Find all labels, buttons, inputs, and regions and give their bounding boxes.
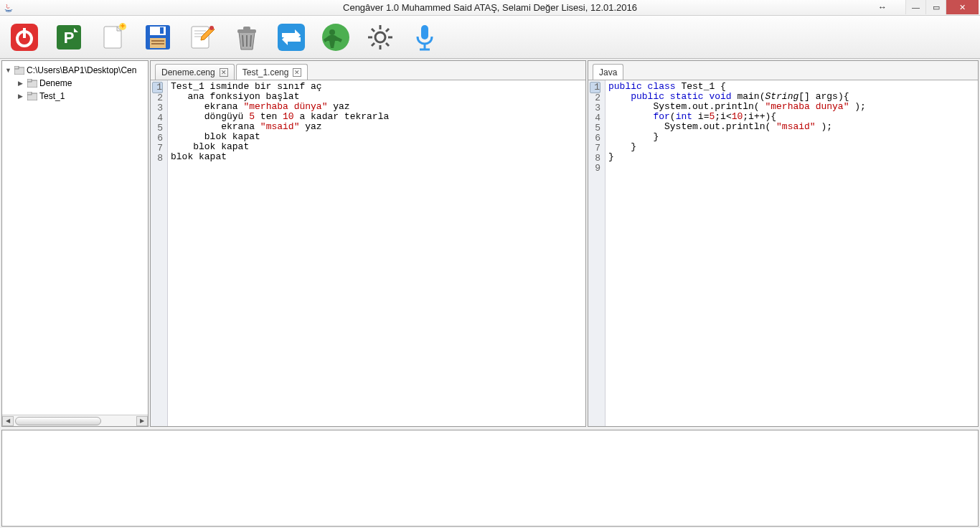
run-button[interactable]: [319, 20, 353, 55]
edit-button[interactable]: [185, 20, 220, 55]
line-gutter: 1 2 3 4 5 6 7 8 9: [588, 80, 606, 426]
close-button[interactable]: ✕: [946, 0, 979, 14]
folder-icon: [14, 65, 25, 75]
svg-line-33: [372, 43, 374, 46]
tree-item[interactable]: ▶ Test_1: [4, 90, 146, 103]
svg-rect-11: [151, 43, 164, 44]
new-file-button[interactable]: [96, 20, 131, 55]
delete-button[interactable]: [230, 20, 264, 55]
tab-test1[interactable]: Test_1.ceng ✕: [236, 64, 308, 80]
expand-icon[interactable]: ▶: [18, 93, 27, 100]
svg-rect-41: [27, 79, 32, 82]
source-code-area[interactable]: 1 2 3 4 5 6 7 8 Test_1 isminde bir sınıf…: [151, 80, 585, 426]
svg-rect-2: [23, 28, 26, 38]
editor-tabs: Deneme.ceng ✕ Test_1.ceng ✕: [151, 61, 585, 80]
code-text[interactable]: public class Test_1 { public static void…: [606, 80, 978, 426]
svg-line-31: [372, 29, 374, 32]
folder-icon: [27, 91, 38, 101]
svg-line-22: [250, 35, 251, 47]
window-title: Cengâver 1.0 Muhammed Said ATAŞ, Selami …: [343, 2, 637, 13]
project-button[interactable]: P: [52, 20, 86, 55]
minimize-button[interactable]: —: [905, 0, 925, 14]
svg-rect-19: [243, 27, 250, 30]
output-tabs: Java: [588, 61, 978, 80]
tab-close-icon[interactable]: ✕: [293, 68, 301, 77]
file-tree-panel: ▼ C:\Users\BAP1\Desktop\Cen ▶ Deneme ▶ T…: [1, 60, 149, 427]
tab-deneme[interactable]: Deneme.ceng ✕: [155, 64, 235, 80]
tree-horizontal-scrollbar[interactable]: ◀ ▶: [2, 415, 148, 426]
svg-line-34: [386, 29, 389, 32]
tab-label: Test_1.ceng: [242, 67, 289, 77]
line-gutter: 1 2 3 4 5 6 7 8: [151, 80, 168, 426]
svg-text:P: P: [64, 29, 75, 47]
console-panel[interactable]: [1, 430, 979, 527]
power-button[interactable]: [7, 20, 42, 55]
expand-icon[interactable]: ▶: [18, 80, 27, 87]
scroll-right-button[interactable]: ▶: [136, 416, 148, 426]
svg-line-20: [242, 35, 243, 47]
tab-java[interactable]: Java: [593, 64, 623, 80]
source-editor-panel: Deneme.ceng ✕ Test_1.ceng ✕ 1 2 3 4 5 6 …: [150, 60, 586, 427]
tree-item-label: Test_1: [39, 91, 65, 101]
svg-point-26: [375, 32, 385, 42]
microphone-button[interactable]: [407, 20, 442, 55]
main-toolbar: P: [0, 16, 980, 59]
save-button[interactable]: [141, 20, 175, 55]
titlebar: Cengâver 1.0 Muhammed Said ATAŞ, Selami …: [0, 0, 980, 16]
java-app-icon: [3, 2, 14, 14]
java-code-area[interactable]: 1 2 3 4 5 6 7 8 9 public class Test_1 { …: [588, 80, 978, 426]
window-controls: — ▭ ✕: [905, 0, 979, 14]
transfer-button[interactable]: [274, 20, 308, 55]
java-output-panel: Java 1 2 3 4 5 6 7 8 9 public class Test…: [588, 60, 979, 427]
maximize-button[interactable]: ▭: [925, 0, 946, 14]
svg-rect-43: [27, 92, 32, 95]
tab-close-icon[interactable]: ✕: [220, 68, 228, 77]
folder-icon: [27, 78, 38, 88]
svg-rect-10: [151, 40, 164, 42]
expand-icon[interactable]: ▼: [5, 67, 14, 74]
tree-root[interactable]: ▼ C:\Users\BAP1\Desktop\Cen: [4, 64, 146, 77]
svg-line-32: [386, 43, 389, 46]
scroll-thumb[interactable]: [15, 417, 101, 425]
svg-rect-12: [160, 27, 164, 34]
scroll-track[interactable]: [14, 416, 136, 426]
svg-rect-35: [421, 25, 428, 39]
tab-label: Java: [599, 67, 617, 77]
scroll-left-button[interactable]: ◀: [2, 416, 14, 426]
svg-rect-39: [14, 66, 19, 69]
svg-point-17: [209, 26, 214, 30]
svg-point-25: [329, 29, 335, 35]
resize-grip-icon: ↔: [878, 2, 887, 12]
file-tree[interactable]: ▼ C:\Users\BAP1\Desktop\Cen ▶ Deneme ▶ T…: [2, 61, 148, 415]
tree-root-label: C:\Users\BAP1\Desktop\Cen: [27, 65, 136, 75]
settings-button[interactable]: [363, 20, 397, 55]
tab-label: Deneme.ceng: [161, 67, 215, 77]
tree-item[interactable]: ▶ Deneme: [4, 77, 146, 90]
main-area: ▼ C:\Users\BAP1\Desktop\Cen ▶ Deneme ▶ T…: [0, 59, 980, 428]
code-text[interactable]: Test_1 isminde bir sınıf aç ana fonksiyo…: [168, 80, 585, 426]
tree-item-label: Deneme: [39, 78, 72, 88]
